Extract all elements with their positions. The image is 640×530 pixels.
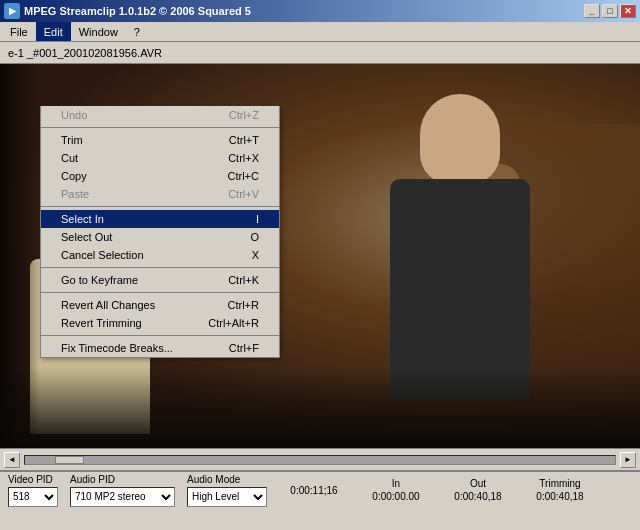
menu-copy-shortcut: Ctrl+C — [228, 170, 259, 182]
in-point-group: In 0:00:00.00 — [361, 478, 431, 502]
audio-mode-label: Audio Mode — [187, 474, 240, 485]
menu-revert-all[interactable]: Revert All Changes Ctrl+R — [41, 296, 279, 314]
menu-cut[interactable]: Cut Ctrl+X — [41, 149, 279, 167]
menu-go-keyframe-label: Go to Keyframe — [61, 274, 138, 286]
timecode-group: 0:00:11;16 — [279, 485, 349, 496]
out-label: Out — [470, 478, 486, 489]
menu-revert-all-label: Revert All Changes — [61, 299, 155, 311]
scroll-right-button[interactable]: ► — [620, 452, 636, 468]
menu-paste-shortcut: Ctrl+V — [228, 188, 259, 200]
menu-select-in[interactable]: Select In I — [41, 210, 279, 228]
scroll-track[interactable] — [24, 455, 616, 465]
window-controls: _ □ ✕ — [584, 4, 636, 18]
window-title: MPEG Streamclip 1.0.1b2 © 2006 Squared 5 — [24, 5, 251, 17]
maximize-button[interactable]: □ — [602, 4, 618, 18]
scene-left-shadow — [0, 64, 40, 448]
menu-cancel-selection-shortcut: X — [252, 249, 259, 261]
main-area: Undo Ctrl+Z Trim Ctrl+T Cut Ctrl+X Copy … — [0, 64, 640, 448]
menu-revert-trimming-label: Revert Trimming — [61, 317, 142, 329]
menu-bar: File Edit Window ? — [0, 22, 640, 42]
separator-4 — [41, 292, 279, 293]
video-pid-select[interactable]: 518 — [8, 487, 58, 507]
audio-pid-label: Audio PID — [70, 474, 115, 485]
edit-dropdown-menu: Undo Ctrl+Z Trim Ctrl+T Cut Ctrl+X Copy … — [40, 106, 280, 358]
menu-fix-timecode-label: Fix Timecode Breaks... — [61, 342, 173, 354]
menu-revert-trimming[interactable]: Revert Trimming Ctrl+Alt+R — [41, 314, 279, 332]
in-value: 0:00:00.00 — [372, 491, 419, 502]
menu-fix-timecode-shortcut: Ctrl+F — [229, 342, 259, 354]
menu-go-to-keyframe[interactable]: Go to Keyframe Ctrl+K — [41, 271, 279, 289]
menu-select-out[interactable]: Select Out O — [41, 228, 279, 246]
person-right — [360, 94, 560, 414]
status-bar: Video PID 518 Audio PID 710 MP2 stereo A… — [0, 470, 640, 508]
menu-trim-label: Trim — [61, 134, 83, 146]
video-filename: e-1 _#001_200102081956.AVR — [8, 47, 162, 59]
timecode-value: 0:00:11;16 — [290, 485, 337, 496]
app-icon: ▶ — [4, 3, 20, 19]
close-button[interactable]: ✕ — [620, 4, 636, 18]
menu-select-out-label: Select Out — [61, 231, 112, 243]
menu-trim-shortcut: Ctrl+T — [229, 134, 259, 146]
audio-mode-group: Audio Mode High Level — [187, 474, 267, 507]
menu-go-keyframe-shortcut: Ctrl+K — [228, 274, 259, 286]
menu-paste[interactable]: Paste Ctrl+V — [41, 185, 279, 203]
scroll-left-button[interactable]: ◄ — [4, 452, 20, 468]
menu-select-in-label: Select In — [61, 213, 104, 225]
menu-cut-shortcut: Ctrl+X — [228, 152, 259, 164]
menu-select-in-shortcut: I — [256, 213, 259, 225]
menu-cancel-selection-label: Cancel Selection — [61, 249, 144, 261]
trimming-value: 0:00:40,18 — [536, 491, 583, 502]
video-pid-label: Video PID — [8, 474, 53, 485]
separator-5 — [41, 335, 279, 336]
menu-edit[interactable]: Edit — [36, 22, 71, 41]
menu-undo-label: Undo — [61, 109, 87, 121]
menu-cut-label: Cut — [61, 152, 78, 164]
separator-2 — [41, 206, 279, 207]
menu-undo[interactable]: Undo Ctrl+Z — [41, 106, 279, 124]
menu-window[interactable]: Window — [71, 22, 126, 41]
separator-1 — [41, 127, 279, 128]
menu-help[interactable]: ? — [126, 22, 148, 41]
menu-cancel-selection[interactable]: Cancel Selection X — [41, 246, 279, 264]
out-value: 0:00:40,18 — [454, 491, 501, 502]
title-bar: ▶ MPEG Streamclip 1.0.1b2 © 2006 Squared… — [0, 0, 640, 22]
menu-select-out-shortcut: O — [250, 231, 259, 243]
menu-file[interactable]: File — [2, 22, 36, 41]
menu-revert-trimming-shortcut: Ctrl+Alt+R — [208, 317, 259, 329]
scene-shadow — [0, 368, 640, 448]
menu-trim[interactable]: Trim Ctrl+T — [41, 131, 279, 149]
audio-pid-select[interactable]: 710 MP2 stereo — [70, 487, 175, 507]
menu-fix-timecode[interactable]: Fix Timecode Breaks... Ctrl+F — [41, 339, 279, 357]
menu-revert-all-shortcut: Ctrl+R — [228, 299, 259, 311]
scroll-thumb[interactable] — [55, 456, 85, 464]
in-label: In — [392, 478, 400, 489]
menu-undo-shortcut: Ctrl+Z — [229, 109, 259, 121]
separator-3 — [41, 267, 279, 268]
video-pid-group: Video PID 518 — [8, 474, 58, 507]
trimming-group: Trimming 0:00:40,18 — [525, 478, 595, 502]
audio-pid-group: Audio PID 710 MP2 stereo — [70, 474, 175, 507]
trimming-label: Trimming — [539, 478, 580, 489]
audio-mode-select[interactable]: High Level — [187, 487, 267, 507]
menu-copy-label: Copy — [61, 170, 87, 182]
scrollbar: ◄ ► — [0, 448, 640, 470]
video-title-bar: e-1 _#001_200102081956.AVR — [0, 42, 640, 64]
menu-copy[interactable]: Copy Ctrl+C — [41, 167, 279, 185]
menu-paste-label: Paste — [61, 188, 89, 200]
out-point-group: Out 0:00:40,18 — [443, 478, 513, 502]
minimize-button[interactable]: _ — [584, 4, 600, 18]
